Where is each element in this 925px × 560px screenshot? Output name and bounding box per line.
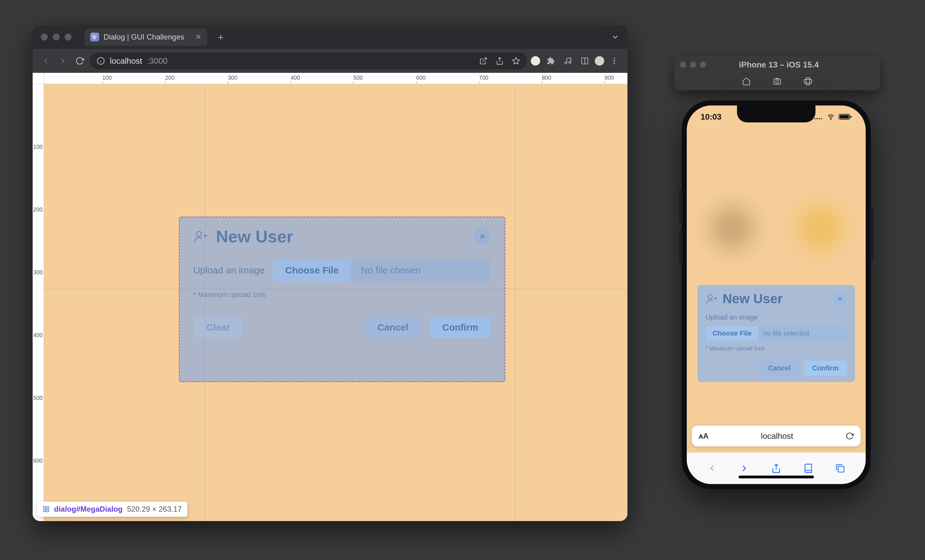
bookmark-star-icon[interactable]	[512, 57, 520, 65]
background-blur-blobs	[687, 206, 866, 250]
extensions-icon[interactable]	[544, 54, 558, 68]
file-input[interactable]: Choose File no file selected	[706, 326, 847, 341]
svg-rect-21	[47, 510, 49, 512]
bookmarks-icon[interactable]	[803, 463, 813, 473]
dialog-title: New User	[216, 227, 293, 246]
svg-point-7	[569, 61, 571, 63]
window-zoom-icon[interactable]	[65, 33, 72, 41]
media-icon[interactable]	[561, 54, 575, 68]
ruler-tick: 200	[33, 206, 43, 213]
ruler-corner	[33, 73, 44, 84]
tab-close-icon[interactable]: ✕	[195, 33, 202, 41]
nav-forward-icon[interactable]	[56, 54, 70, 68]
safari-toolbar	[687, 453, 866, 484]
tabs-icon[interactable]	[835, 463, 845, 473]
battery-icon	[839, 114, 852, 120]
window-minimize-icon[interactable]	[690, 62, 696, 68]
url-host: localhost	[110, 56, 142, 66]
reload-icon[interactable]	[845, 432, 854, 440]
upload-label: Upload an image	[193, 265, 265, 275]
nav-back-icon[interactable]	[39, 54, 53, 68]
choose-file-button[interactable]: Choose File	[273, 259, 351, 282]
dialog-close-button[interactable]	[474, 228, 491, 245]
inspector-dimensions: 520.29 × 263.17	[127, 505, 182, 513]
home-indicator[interactable]	[738, 476, 814, 479]
ruler-tick: 100	[33, 144, 43, 151]
dialog-header: New User	[698, 285, 855, 312]
svg-point-26	[814, 118, 815, 119]
share-icon[interactable]	[496, 57, 504, 65]
window-traffic-lights	[41, 33, 72, 41]
ruler-tick: 600	[33, 458, 43, 464]
clear-button[interactable]: Clear	[193, 317, 243, 338]
window-zoom-icon[interactable]	[700, 62, 706, 68]
ruler-tick: 900	[604, 75, 614, 81]
svg-point-29	[821, 118, 822, 119]
window-close-icon[interactable]	[680, 62, 686, 68]
safari-address-bar[interactable]: ᴀA localhost	[692, 426, 861, 446]
address-bar[interactable]: localhost:3000	[90, 53, 527, 69]
dialog-close-button[interactable]	[834, 292, 847, 306]
confirm-button[interactable]: Confirm	[804, 361, 847, 376]
sim-home-icon[interactable]	[742, 77, 751, 86]
volume-up-button[interactable]	[679, 188, 682, 223]
svg-rect-24	[806, 78, 810, 85]
ruler-tick: 800	[542, 75, 551, 81]
devtools-element-chip[interactable]: dialog#MegaDialog 520.29 × 263.17	[37, 501, 187, 517]
devtools-selection-overlay: New User Upload an image Choose File No …	[179, 217, 505, 382]
open-external-icon[interactable]	[479, 57, 487, 65]
svg-point-13	[196, 231, 202, 236]
sidepanel-icon[interactable]	[578, 54, 592, 68]
safari-url: localhost	[708, 431, 845, 441]
site-info-icon[interactable]	[97, 57, 105, 65]
simulator-traffic-lights	[680, 62, 706, 68]
dialog-body: Upload an image Choose File No file chos…	[179, 256, 505, 303]
devtools-guide-horizontal	[44, 289, 627, 289]
cellular-icon	[814, 114, 823, 120]
svg-point-23	[776, 80, 779, 83]
sim-screenshot-icon[interactable]	[773, 77, 782, 86]
svg-line-3	[483, 58, 487, 62]
browser-menu-icon[interactable]	[607, 54, 621, 68]
blur-blob-icon	[710, 206, 754, 250]
window-minimize-icon[interactable]	[53, 33, 60, 41]
svg-marker-5	[512, 57, 520, 64]
upload-hint: * Maximum upload 1mb	[706, 345, 847, 352]
grid-icon	[43, 506, 50, 513]
devtools-guide-vertical	[205, 84, 205, 521]
cancel-button[interactable]: Cancel	[365, 317, 421, 338]
browser-tab[interactable]: 🛡️ Dialog | GUI Challenges ✕	[85, 28, 207, 46]
status-bar: 10:03	[687, 110, 866, 124]
simulator-title: iPhone 13 – iOS 15.4	[710, 60, 848, 70]
ruler-tick: 300	[33, 269, 43, 276]
browser-window: 🛡️ Dialog | GUI Challenges ✕ ＋ localhost…	[33, 25, 627, 521]
ruler-tick: 400	[33, 332, 43, 339]
share-icon[interactable]	[771, 463, 781, 473]
confirm-button[interactable]: Confirm	[430, 317, 491, 338]
nav-forward-icon[interactable]	[739, 463, 749, 473]
svg-point-30	[830, 119, 831, 119]
profile-avatar-icon[interactable]	[595, 56, 604, 66]
browser-toolbar: localhost:3000	[33, 49, 627, 73]
window-close-icon[interactable]	[41, 33, 48, 41]
tabs-dropdown-icon[interactable]	[611, 33, 619, 41]
file-input[interactable]: Choose File No file chosen	[273, 259, 491, 282]
ruler-tick: 500	[33, 395, 43, 402]
nav-reload-icon[interactable]	[73, 54, 87, 68]
cancel-button[interactable]: Cancel	[760, 361, 799, 376]
ruler-tick: 600	[416, 75, 426, 81]
ruler-tick: 100	[102, 75, 112, 81]
nav-back-icon[interactable]	[707, 463, 717, 473]
sim-rotate-icon[interactable]	[803, 77, 812, 86]
reader-aa-icon[interactable]: ᴀA	[699, 432, 708, 440]
iphone-device-frame: 10:03 New User Upload an ima	[682, 101, 871, 489]
new-user-dialog: New User Upload an image Choose File No …	[179, 217, 505, 381]
new-tab-button[interactable]: ＋	[216, 31, 225, 44]
status-clock: 10:03	[701, 112, 722, 122]
volume-down-button[interactable]	[679, 229, 682, 264]
user-plus-icon	[193, 229, 208, 244]
dialog-body: Upload an image Choose File no file sele…	[698, 312, 855, 355]
extension-1-icon[interactable]	[530, 56, 541, 66]
choose-file-button[interactable]: Choose File	[706, 326, 759, 341]
power-button[interactable]	[870, 207, 873, 260]
